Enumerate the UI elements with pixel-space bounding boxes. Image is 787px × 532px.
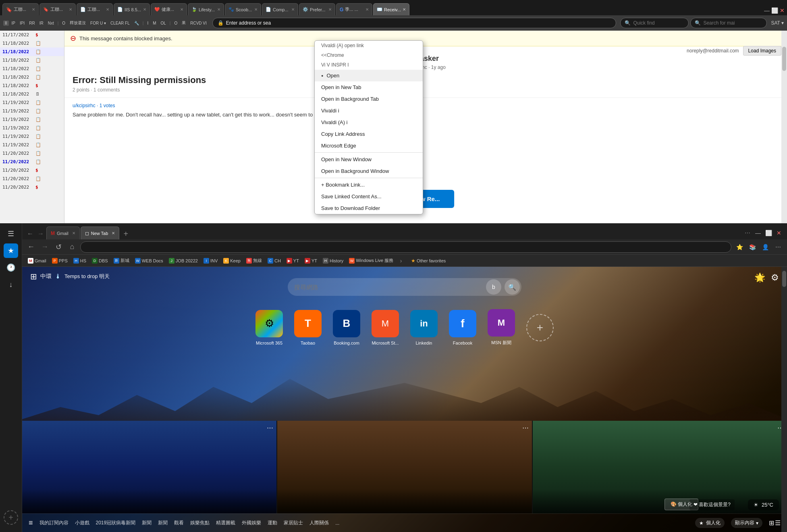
tab-t6[interactable]: 🍃 Lifesty... ✕ [188, 3, 224, 15]
edge-icon-2[interactable]: 📚 [747, 241, 758, 253]
email-row-highlight[interactable]: 11/18/2022📋 [0, 48, 64, 56]
tile2-more-icon[interactable]: ⋯ [522, 424, 529, 432]
context-menu-item-edge[interactable]: Microsoft Edge [315, 140, 423, 152]
personalize-btn-bottom[interactable]: ★ 個人化 [695, 518, 725, 528]
sidebar-bookmark-icon[interactable]: ★ [4, 243, 18, 258]
context-menu-item-bg-window[interactable]: Open in Background Window [315, 165, 423, 177]
bookmark-winlive[interactable]: W Windows Live 服務 [347, 257, 396, 264]
search-input[interactable] [703, 20, 756, 26]
load-images-button[interactable]: Load Images [743, 46, 781, 56]
bottom-tab-newtab[interactable]: ◻ New Tab ✕ [81, 227, 120, 239]
app-item-msn[interactable]: M MSN 新聞 [488, 309, 515, 346]
context-menu-item-bookmark[interactable]: + Bookmark Link... [315, 179, 423, 191]
tab-close-icon[interactable]: ✕ [217, 7, 220, 12]
url-bar[interactable]: 🔒 [212, 18, 617, 28]
watch-link[interactable]: 觀看 [174, 520, 184, 526]
indicator-RCVD[interactable]: RCVD VI [189, 21, 208, 26]
like-landscape-btn[interactable]: ❤ 喜歡這個景景? [689, 499, 735, 510]
email-row[interactable]: 11/18/2022📋 [0, 73, 64, 81]
bookmark-yt1[interactable]: ▶ YT [284, 257, 301, 264]
app-item-linkedin[interactable]: in Linkedin [410, 310, 438, 345]
tab-t11[interactable]: ✉️ Receiv... ✕ [373, 3, 409, 15]
indicator-M[interactable]: M [151, 21, 158, 26]
email-row[interactable]: 11/17/2022$ [0, 31, 64, 39]
sports-link[interactable]: 運動 [268, 520, 277, 526]
bookmark-xincheng[interactable]: 新 新城 [111, 257, 132, 264]
indicator-RR[interactable]: RR [27, 21, 36, 26]
news-tile-1[interactable]: ⋯ [22, 421, 277, 513]
bookmark-hs[interactable]: H HS [71, 257, 89, 264]
maximize-window-btn[interactable]: ⬜ [764, 228, 773, 238]
email-row[interactable]: 11/19/2022📋 [0, 115, 64, 124]
more-links-btn[interactable]: ... [335, 520, 339, 526]
sidebar-menu-icon[interactable]: ☰ [4, 227, 18, 241]
rewards-icon[interactable]: 🌟 [754, 272, 765, 283]
tab-t7[interactable]: 🐾 Scoob... ✕ [225, 3, 261, 15]
email-row[interactable]: 11/20/2022📋 [0, 175, 64, 183]
app-item-facebook[interactable]: f Facebook [449, 310, 476, 345]
indicator-release[interactable]: 釋放還沒 [68, 20, 87, 26]
email-row[interactable]: 11/18/2022📋 [0, 39, 64, 48]
app-item-ms365[interactable]: ⚙ Microsoft 365 [255, 310, 283, 345]
edge-url-bar[interactable] [80, 241, 731, 253]
nav-forward-btn[interactable]: → [39, 241, 50, 253]
tab-t3[interactable]: 📄 工聯... ✕ [77, 3, 113, 15]
tab-t1[interactable]: 🔖 工聯... ✕ [2, 3, 39, 15]
email-row[interactable]: 11/18/2022🗓 [0, 90, 64, 98]
grid-view-btn[interactable]: ⊞ ☰ [769, 519, 781, 527]
sidebar-history-icon[interactable]: 🕐 [4, 260, 18, 275]
minimize-icon[interactable]: — ⬜ ✕ [764, 7, 785, 15]
news2-link[interactable]: 新聞 [158, 520, 168, 526]
tab-close-icon[interactable]: ✕ [106, 7, 109, 12]
tab-t4[interactable]: 📄 IIS 8.5... ✕ [114, 3, 150, 15]
add-app-btn[interactable]: + [526, 314, 554, 341]
quick-find-box[interactable]: 🔍 [620, 18, 689, 28]
bookmark-history[interactable]: H History [320, 257, 346, 264]
indicator-foru[interactable]: FOR U ▾ [89, 21, 108, 26]
new-tab-scrollbar-thumb[interactable] [782, 271, 786, 287]
tab-close-icon[interactable]: ✕ [291, 7, 295, 12]
bing-search-btn[interactable]: b [486, 279, 501, 295]
settings-icon[interactable]: ⚙ [771, 272, 779, 283]
intl-entertainment-link[interactable]: 外國娛樂 [242, 520, 261, 526]
bottom-forward-btn[interactable]: → [36, 228, 46, 239]
selected-images-link[interactable]: 精選圖載 [216, 520, 235, 526]
email-row[interactable]: 11/20/2022📋 [0, 149, 64, 158]
edge-icon-4[interactable]: ⋯ [772, 241, 784, 253]
indicator-fruit[interactable]: 果 [180, 20, 187, 26]
context-menu-item-vivaldi-i[interactable]: Vivaldi i [315, 105, 423, 116]
context-menu-item-vivaldi-ai[interactable]: Vivaldi (A) i [315, 116, 423, 128]
bookmark-yt2[interactable]: ▶ YT [302, 257, 320, 264]
tab-t2[interactable]: 🔖 工聯... ✕ [39, 3, 76, 15]
subscriptions-link[interactable]: 我的訂閱內容 [39, 520, 69, 526]
indicator-I[interactable]: I [145, 21, 150, 26]
email-row[interactable]: 11/19/2022📋 [0, 107, 64, 115]
close-window-btn[interactable]: ✕ [774, 228, 784, 238]
nav-back-btn[interactable]: ← [25, 241, 37, 253]
indicator-IP[interactable]: IP [10, 21, 17, 26]
context-menu-item-save-content[interactable]: Save Linked Content As... [315, 191, 423, 202]
home-decor-link[interactable]: 家居貼士 [284, 520, 303, 526]
indicator-IR[interactable]: IR [38, 21, 45, 26]
app-item-ms-store[interactable]: M Microsoft St... [372, 310, 399, 345]
email-row[interactable]: 11/20/2022$ [0, 183, 64, 191]
indicator-IPI[interactable]: IPI [18, 21, 26, 26]
indicator-II[interactable]: II [3, 21, 9, 26]
email-row[interactable]: 11/18/2022📋 [0, 56, 64, 64]
tab-close-icon[interactable]: ✕ [69, 7, 72, 12]
bookmark-pps[interactable]: P PPS [50, 257, 70, 264]
search-glass-btn[interactable]: 🔍 [505, 279, 520, 295]
indicator-OL[interactable]: OL [159, 21, 168, 26]
bookmark-webdocs[interactable]: W WEB Docs [133, 257, 166, 264]
nav-reload-btn[interactable]: ↺ [53, 241, 64, 253]
news-tile-3[interactable]: ⋯ [533, 421, 787, 513]
news-link[interactable]: 新聞 [142, 520, 152, 526]
context-menu-item-background-tab[interactable]: Open in Background Tab [315, 93, 423, 105]
indicator-Nxt[interactable]: Nxt [46, 21, 56, 26]
tab-close-icon[interactable]: ✕ [403, 7, 406, 12]
indicator-clearfl[interactable]: CLEAR FL [109, 21, 131, 26]
url-input[interactable] [226, 20, 611, 26]
email-scrollbar-thumb[interactable] [782, 47, 786, 71]
email-row[interactable]: 11/20/2022$ [0, 166, 64, 175]
email-row[interactable]: 11/19/2022📋 [0, 124, 64, 132]
